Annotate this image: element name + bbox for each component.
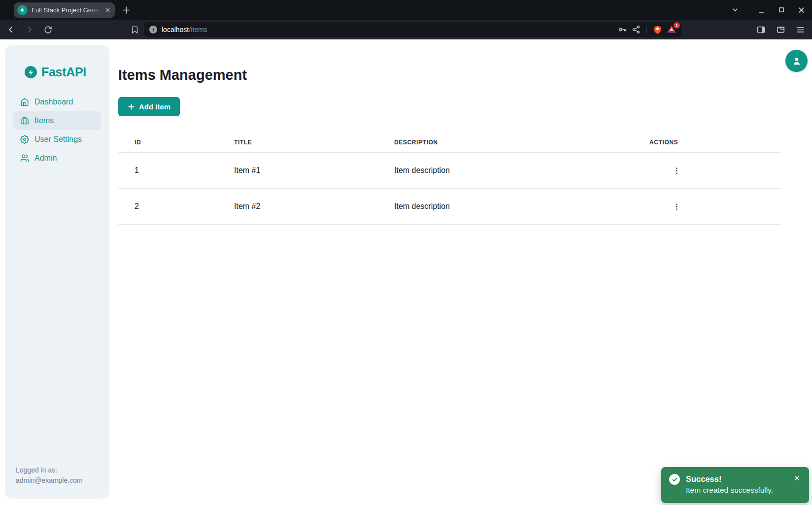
toast-title: Success! xyxy=(686,473,793,484)
browser-nav-bar: i localhost/items 1 xyxy=(0,20,812,39)
row-actions-menu-icon[interactable] xyxy=(670,200,683,213)
tab-title: Full Stack Project Genera xyxy=(32,6,101,14)
column-header-id: ID xyxy=(118,132,218,153)
share-icon[interactable] xyxy=(632,25,641,34)
back-button-icon[interactable] xyxy=(6,25,16,34)
sidebar-item-dashboard[interactable]: Dashboard xyxy=(13,93,101,111)
site-info-icon[interactable]: i xyxy=(149,26,157,34)
check-circle-icon xyxy=(669,474,680,485)
sidebar-item-label: User Settings xyxy=(34,135,82,144)
sidebar-item-admin[interactable]: Admin xyxy=(13,149,101,168)
forward-button-icon[interactable] xyxy=(25,25,34,34)
app-page: FastAPI Dashboard Items User Settings xyxy=(0,39,812,505)
table-row: 1 Item #1 Item description xyxy=(118,153,781,189)
hamburger-menu-icon[interactable] xyxy=(796,25,805,34)
maximize-icon[interactable] xyxy=(778,6,785,13)
fastapi-logo[interactable]: FastAPI xyxy=(5,45,109,79)
cell-title: Item #2 xyxy=(218,189,378,225)
toast-text: Success! Item created successfully. xyxy=(686,473,793,497)
column-header-title: TITLE xyxy=(218,132,378,153)
row-actions-menu-icon[interactable] xyxy=(670,164,683,177)
cell-id: 1 xyxy=(118,153,218,189)
bookmark-icon[interactable] xyxy=(131,26,139,34)
add-item-label: Add Item xyxy=(139,102,170,111)
browser-tab[interactable]: Full Stack Project Genera xyxy=(14,2,115,18)
column-header-actions: ACTIONS xyxy=(633,132,781,153)
sidebar-item-user-settings[interactable]: User Settings xyxy=(13,130,101,149)
home-icon xyxy=(20,98,29,106)
brave-shield-icon[interactable] xyxy=(653,25,662,34)
minimize-icon[interactable] xyxy=(758,6,765,14)
logged-in-email: admin@example.com xyxy=(16,475,83,486)
reload-button-icon[interactable] xyxy=(43,25,53,34)
page-title: Items Management xyxy=(118,67,781,83)
sidebar: FastAPI Dashboard Items User Settings xyxy=(5,45,109,499)
table-header-row: ID TITLE DESCRIPTION ACTIONS xyxy=(118,132,781,153)
user-avatar-icon xyxy=(791,55,803,67)
logo-text: FastAPI xyxy=(41,65,86,79)
fastapi-bolt-icon xyxy=(25,66,37,78)
briefcase-icon xyxy=(20,116,29,125)
main-content: Items Management Add Item ID TITLE DESCR… xyxy=(118,39,781,225)
cell-description: Item description xyxy=(378,189,633,225)
sidebar-nav: Dashboard Items User Settings Admin xyxy=(13,93,101,168)
url-bar[interactable]: i localhost/items 1 xyxy=(144,22,682,37)
plus-icon xyxy=(128,103,135,110)
users-icon xyxy=(20,154,29,163)
toast-close-icon[interactable] xyxy=(793,474,804,482)
add-item-button[interactable]: Add Item xyxy=(118,97,180,116)
cell-title: Item #1 xyxy=(218,153,378,189)
cell-id: 2 xyxy=(118,189,218,225)
url-text: localhost/items xyxy=(162,26,207,34)
sidebar-item-label: Items xyxy=(34,116,54,125)
success-toast: Success! Item created successfully. xyxy=(661,467,809,503)
column-header-description: DESCRIPTION xyxy=(378,132,633,153)
logged-in-label: Logged in as: xyxy=(16,465,83,475)
toolbar-right xyxy=(756,25,806,34)
tab-close-icon[interactable] xyxy=(104,7,111,13)
sidebar-footer: Logged in as: admin@example.com xyxy=(16,465,83,486)
cell-description: Item description xyxy=(378,153,633,189)
bat-rewards-icon[interactable]: 1 xyxy=(667,25,677,34)
sidebar-item-items[interactable]: Items xyxy=(13,111,101,130)
sidebar-toggle-icon[interactable] xyxy=(756,25,766,34)
table-row: 2 Item #2 Item description xyxy=(118,189,781,225)
sidebar-item-label: Admin xyxy=(34,154,57,163)
chevron-down-icon[interactable] xyxy=(731,6,739,14)
sidebar-item-label: Dashboard xyxy=(34,98,73,106)
browser-tab-bar: Full Stack Project Genera xyxy=(0,0,812,20)
fastapi-favicon-icon xyxy=(17,5,28,15)
window-controls xyxy=(731,6,812,14)
divider xyxy=(646,26,647,34)
items-table: ID TITLE DESCRIPTION ACTIONS 1 Item #1 I… xyxy=(118,132,781,225)
toast-message: Item created successfully. xyxy=(686,484,793,496)
rewards-badge: 1 xyxy=(674,22,680,29)
wallet-icon[interactable] xyxy=(776,25,785,34)
user-avatar-button[interactable] xyxy=(785,50,808,72)
gear-icon xyxy=(20,135,29,144)
new-tab-button[interactable] xyxy=(122,5,131,15)
close-window-icon[interactable] xyxy=(798,6,805,14)
key-icon[interactable] xyxy=(617,25,627,34)
